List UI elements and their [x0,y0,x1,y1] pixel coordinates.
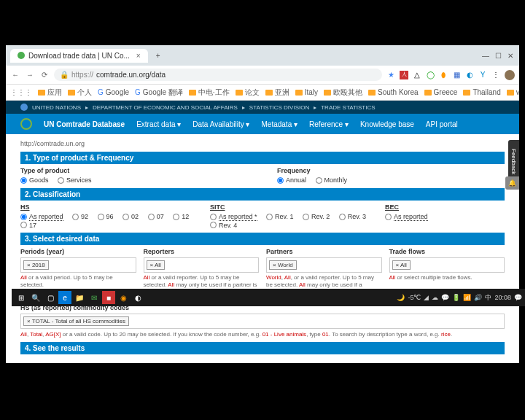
bookmark-item[interactable]: 应用 [38,88,62,98]
radio-hs-96[interactable]: 96 [98,213,114,220]
new-tab-button[interactable]: + [151,48,166,63]
nav-knowledge-base[interactable]: Knowledge base [360,120,414,128]
main-nav: UN Comtrade Database Extract data ▾ Data… [6,114,519,134]
radio-sitc-rev2[interactable]: Rev. 2 [303,213,330,220]
weather-icon[interactable]: 🌙 [397,294,405,301]
ext-icon-6[interactable]: ◐ [465,71,474,79]
search-icon[interactable]: 🔍 [29,291,42,304]
radio-hs-02[interactable]: 02 [122,213,139,220]
taskbar-app[interactable]: ◉ [117,291,130,304]
section-header-3: 3. Select desired data [20,233,505,245]
tradeflows-tag[interactable]: × All [392,260,411,270]
radio-hs-92[interactable]: 92 [72,213,88,220]
bookmark-item[interactable]: South Korea [368,88,419,96]
tradeflows-input[interactable]: × All [389,257,505,273]
bookmark-item[interactable]: vietnam [507,88,519,96]
bookmark-item[interactable]: 论文 [236,88,260,98]
taskbar-app[interactable]: ◐ [131,291,144,304]
commodity-input[interactable]: × TOTAL - Total of all HS commodities [20,314,505,329]
reload-icon[interactable]: ⟳ [39,71,50,79]
breadcrumb-item[interactable]: UNITED NATIONS [32,104,81,111]
bookmark-item[interactable]: 亚洲 [265,88,289,98]
ext-icon-5[interactable]: ▦ [452,71,461,79]
bookmark-item[interactable]: GGoogle 翻译 [135,88,183,98]
radio-sitc-asreported[interactable]: As reported * [210,213,257,221]
nav-api-portal[interactable]: API portal [426,120,458,128]
bookmark-item[interactable]: Italy [295,88,318,96]
ext-icon-4[interactable]: ⬮ [439,71,448,79]
breadcrumb-item[interactable]: STATISTICS DIVISION [249,104,309,111]
bookmark-item[interactable]: GGoogle [98,88,129,96]
window-minimize[interactable]: — [482,52,489,60]
periods-input[interactable]: × 2018 [20,257,136,273]
tab-close-icon[interactable]: × [136,52,141,60]
breadcrumb-item[interactable]: DEPARTMENT OF ECONOMIC AND SOCIAL AFFAIR… [93,104,238,111]
reporters-label: Reporters [144,248,260,255]
tray-icon[interactable]: 🔋 [452,294,460,301]
ext-icon-3[interactable]: ◯ [426,71,435,79]
sitc-label: SITC [210,203,378,211]
nav-reference[interactable]: Reference ▾ [309,120,349,128]
start-button[interactable]: ⊞ [15,291,28,304]
tray-icon[interactable]: 📶 [463,294,471,301]
clock[interactable]: 20:08 [494,294,511,301]
radio-hs-07[interactable]: 07 [148,213,164,220]
ime-indicator[interactable]: 中 [485,293,491,303]
tray-icon[interactable]: ☁ [432,294,438,301]
reporters-tag[interactable]: × All [147,260,165,270]
profile-avatar[interactable] [505,70,515,80]
radio-hs-12[interactable]: 12 [173,213,189,220]
periods-tag[interactable]: × 2018 [23,260,49,270]
tradeflows-hint: All or select multiple trade flows. [389,274,505,281]
commodity-tag[interactable]: × TOTAL - Total of all HS commodities [23,316,129,326]
taskbar-app[interactable]: e [58,291,71,304]
url-input[interactable]: 🔒 https://comtrade.un.org/data [54,69,382,81]
temperature: -5℃ [408,294,421,301]
menu-icon[interactable]: ⋮ [491,71,500,79]
star-icon[interactable]: ★ [386,71,395,79]
tray-icon[interactable]: ◢ [424,294,429,301]
radio-monthly[interactable]: Monthly [316,176,348,184]
ext-icon-2[interactable]: △ [413,71,421,79]
periods-hint: All or a valid period. Up to 5 may be se… [20,274,136,289]
radio-sitc-rev1[interactable]: Rev. 1 [266,213,293,220]
bookmark-item[interactable]: 个人 [68,88,92,98]
radio-annual[interactable]: Annual [277,176,306,184]
tray-icon[interactable]: 🔊 [474,294,482,301]
notification-bell-icon[interactable]: 🔔 [505,176,519,190]
window-maximize[interactable]: ☐ [495,52,502,60]
taskbar-app[interactable]: ✉ [88,291,101,304]
radio-bec-asreported[interactable]: As reported [385,213,428,221]
partners-tag[interactable]: × World [269,260,297,270]
apps-icon[interactable]: ⋮⋮⋮ [10,88,32,96]
action-center-icon[interactable]: 💬 [514,294,522,301]
breadcrumb-item[interactable]: TRADE STATISTICS [321,104,375,111]
radio-hs-asreported[interactable]: As reported [20,213,63,221]
tray-icon[interactable]: 💬 [441,294,449,301]
page-url-text: http://comtrade.un.org [20,140,505,147]
nav-metadata[interactable]: Metadata ▾ [262,120,298,128]
radio-sitc-rev3[interactable]: Rev. 3 [339,213,366,220]
reporters-input[interactable]: × All [144,257,260,273]
ext-icon-7[interactable]: Y [478,71,487,79]
taskview-icon[interactable]: ▢ [44,291,57,304]
radio-services[interactable]: Services [58,176,92,184]
nav-data-availability[interactable]: Data Availability ▾ [192,120,249,128]
taskbar-app[interactable]: 📁 [73,291,86,304]
bookmark-item[interactable]: 欧殴其他 [324,88,362,98]
taskbar-app[interactable]: ■ [102,291,115,304]
back-icon[interactable]: ← [10,71,20,79]
partners-input[interactable]: × World [266,257,382,273]
radio-hs-17[interactable]: 17 [20,222,36,229]
bookmark-item[interactable]: Thailand [463,88,500,96]
radio-goods[interactable]: Goods [20,176,49,184]
browser-titlebar: Download trade data | UN Co... × + — ☐ ✕ [6,45,519,66]
nav-extract-data[interactable]: Extract data ▾ [136,120,181,128]
bookmark-item[interactable]: 中电·工作 [189,88,230,98]
browser-tab[interactable]: Download trade data | UN Co... × [10,49,148,63]
radio-sitc-rev4[interactable]: Rev. 4 [210,222,237,229]
bookmark-item[interactable]: Greece [424,88,458,96]
forward-icon[interactable]: → [25,71,35,79]
ext-icon-1[interactable]: 人 [400,71,408,79]
window-close[interactable]: ✕ [508,52,513,60]
